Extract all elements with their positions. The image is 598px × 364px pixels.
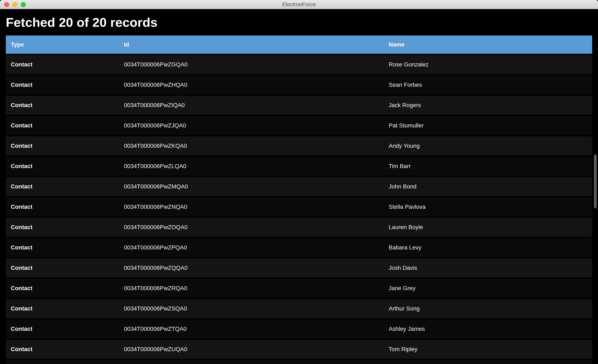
cell-name: Tim Barr — [384, 155, 592, 176]
titlebar: ElectronForce — [0, 0, 598, 9]
cell-type: Contact — [6, 176, 119, 196]
table-header-row: Type Id Name — [6, 35, 592, 54]
cell-id: 0034T000006PwZHQA0 — [119, 74, 384, 94]
table-row[interactable]: Contact0034T000006PwZRQA0Jane Grey — [6, 277, 592, 298]
cell-type: Contact — [6, 54, 119, 74]
cell-id: 0034T000006PwZIQA0 — [119, 94, 384, 115]
cell-name: Pat Stumuller — [384, 115, 592, 135]
column-header-name[interactable]: Name — [384, 35, 592, 54]
table-body: Contact0034T000006PwZGQA0Rose GonzalezCo… — [6, 54, 592, 364]
table-row[interactable]: Contact0034T000006PwZJQA0Pat Stumuller — [6, 115, 592, 135]
cell-type: Contact — [6, 135, 119, 155]
table-row[interactable]: Contact0034T000006PwZKQA0Andy Young — [6, 135, 592, 155]
table-header: Type Id Name — [6, 35, 592, 54]
cell-name: Babara Levy — [384, 237, 592, 257]
table-row[interactable]: Contact0034T000006PwZLQA0Tim Barr — [6, 155, 592, 176]
minimize-button[interactable] — [12, 2, 17, 7]
records-table: Type Id Name Contact0034T000006PwZGQA0Ro… — [6, 35, 592, 364]
column-header-type[interactable]: Type — [6, 35, 119, 54]
table-row[interactable]: Contact0034T000006PwZSQA0Arthur Song — [6, 298, 592, 318]
cell-type: Contact — [6, 74, 119, 94]
cell-id: 0034T000006PwZTQA0 — [119, 318, 384, 339]
cell-type: Contact — [6, 237, 119, 257]
table-row[interactable]: Contact0034T000006PwZIQA0Jack Rogers — [6, 94, 592, 115]
cell-type: Contact — [6, 217, 119, 237]
cell-name: John Bond — [384, 176, 592, 196]
cell-name: Jack Rogers — [384, 94, 592, 115]
cell-name: Liz D'Cruz — [384, 359, 592, 364]
cell-type: Contact — [6, 339, 119, 359]
cell-name: Rose Gonzalez — [384, 54, 592, 74]
cell-name: Ashley James — [384, 318, 592, 339]
table-row[interactable]: Contact0034T000006PwZUQA0Tom Ripley — [6, 339, 592, 359]
cell-type: Contact — [6, 277, 119, 298]
cell-name: Jane Grey — [384, 277, 592, 298]
table-row[interactable]: Contact0034T000006PwZPQA0Babara Levy — [6, 237, 592, 257]
cell-name: Arthur Song — [384, 298, 592, 318]
cell-type: Contact — [6, 196, 119, 217]
cell-id: 0034T000006PwZSQA0 — [119, 298, 384, 318]
cell-id: 0034T000006PwZLQA0 — [119, 155, 384, 176]
cell-id: 0034T000006PwZMQA0 — [119, 176, 384, 196]
cell-id: 0034T000006PwZJQA0 — [119, 115, 384, 135]
table-row[interactable]: Contact0034T000006PwZTQA0Ashley James — [6, 318, 592, 339]
cell-name: Lauren Boyle — [384, 217, 592, 237]
cell-type: Contact — [6, 94, 119, 115]
page-title: Fetched 20 of 20 records — [6, 15, 592, 30]
cell-name: Josh Davis — [384, 257, 592, 277]
maximize-button[interactable] — [21, 2, 26, 7]
cell-id: 0034T000006PwZPQA0 — [119, 237, 384, 257]
table-row[interactable]: Contact0034T000006PwZGQA0Rose Gonzalez — [6, 54, 592, 74]
app-window: ElectronForce Fetched 20 of 20 records T… — [0, 0, 598, 364]
cell-name: Andy Young — [384, 135, 592, 155]
cell-id: 0034T000006PwZKQA0 — [119, 135, 384, 155]
cell-name: Tom Ripley — [384, 339, 592, 359]
cell-type: Contact — [6, 257, 119, 277]
table-row[interactable]: Contact0034T000006PwZQQA0Josh Davis — [6, 257, 592, 277]
cell-id: 0034T000006PwZOQA0 — [119, 217, 384, 237]
cell-name: Sean Forbes — [384, 74, 592, 94]
cell-type: Contact — [6, 155, 119, 176]
table-row[interactable]: Contact0034T000006PwZVQA0Liz D'Cruz — [6, 359, 592, 364]
cell-id: 0034T000006PwZNQA0 — [119, 196, 384, 217]
table-row[interactable]: Contact0034T000006PwZHQA0Sean Forbes — [6, 74, 592, 94]
cell-id: 0034T000006PwZVQA0 — [119, 359, 384, 364]
table-row[interactable]: Contact0034T000006PwZNQA0Stella Pavlova — [6, 196, 592, 217]
traffic-lights — [4, 2, 26, 7]
cell-type: Contact — [6, 318, 119, 339]
cell-type: Contact — [6, 115, 119, 135]
table-row[interactable]: Contact0034T000006PwZMQA0John Bond — [6, 176, 592, 196]
scrollbar-thumb[interactable] — [594, 154, 597, 208]
content-area: Fetched 20 of 20 records Type Id Name Co… — [0, 9, 598, 364]
cell-type: Contact — [6, 298, 119, 318]
column-header-id[interactable]: Id — [119, 35, 384, 54]
cell-id: 0034T000006PwZGQA0 — [119, 54, 384, 74]
cell-name: Stella Pavlova — [384, 196, 592, 217]
cell-id: 0034T000006PwZQQA0 — [119, 257, 384, 277]
cell-id: 0034T000006PwZUQA0 — [119, 339, 384, 359]
cell-id: 0034T000006PwZRQA0 — [119, 277, 384, 298]
cell-type: Contact — [6, 359, 119, 364]
close-button[interactable] — [4, 2, 9, 7]
table-row[interactable]: Contact0034T000006PwZOQA0Lauren Boyle — [6, 217, 592, 237]
window-title: ElectronForce — [0, 1, 598, 8]
